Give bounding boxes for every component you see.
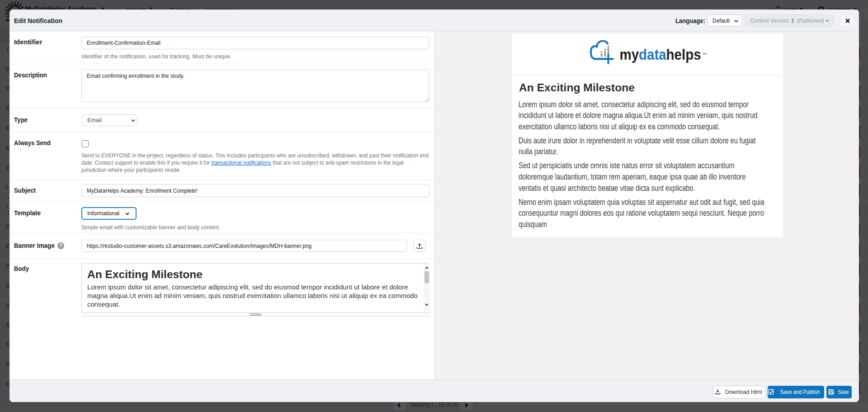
svg-text:mydatahelps: mydatahelps [620, 47, 701, 63]
svg-text:TM: TM [703, 52, 707, 55]
